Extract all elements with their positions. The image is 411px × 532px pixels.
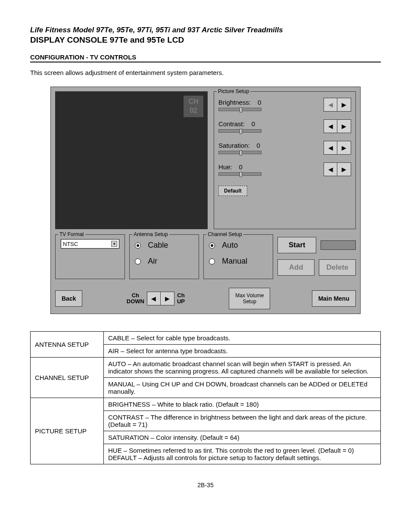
right-arrow-icon: ▶: [342, 166, 346, 173]
hue-decrease-button[interactable]: ◀: [324, 162, 337, 176]
hue-value: 0: [234, 163, 243, 171]
brightness-slider[interactable]: [218, 108, 262, 111]
contrast-decrease-button[interactable]: ◀: [324, 119, 337, 133]
hue-slider[interactable]: [218, 172, 262, 176]
saturation-label: Saturation:: [218, 142, 250, 149]
ch-down-label: ChDOWN: [127, 292, 144, 305]
table-cell: CABLE – Select for cable type broadcasts…: [104, 332, 381, 345]
ch-down-button[interactable]: ◀: [147, 292, 161, 305]
channel-auto-radio[interactable]: [209, 243, 215, 249]
tv-format-value: NTSC: [63, 241, 78, 247]
channel-setup-legend: Channel Setup: [206, 231, 243, 237]
table-row: PICTURE SETUP BRIGHTNESS – White to blac…: [31, 398, 381, 411]
channel-badge: CH 02: [184, 96, 203, 117]
table-cell: CONTRAST – The difference in brightness …: [104, 411, 381, 431]
channel-manual-radio[interactable]: [209, 258, 215, 264]
hue-label: Hue:: [218, 163, 232, 171]
table-cell: HUE – Sometimes referred to as tint. Thi…: [104, 444, 381, 464]
right-arrow-icon: ▶: [342, 101, 346, 108]
antenna-air-label: Air: [148, 257, 157, 266]
channel-auto-label: Auto: [222, 241, 238, 250]
row-head: PICTURE SETUP: [31, 398, 104, 464]
back-button[interactable]: Back: [55, 290, 82, 307]
brightness-decrease-button[interactable]: ◀: [324, 98, 337, 112]
max-volume-setup-button[interactable]: Max VolumeSetup: [229, 288, 270, 309]
table-row: CHANNEL SETUP AUTO – An automatic broadc…: [31, 358, 381, 378]
channel-manual-label: Manual: [222, 257, 247, 266]
tv-format-legend: TV Format: [58, 231, 85, 237]
antenna-cable-radio[interactable]: [135, 243, 141, 249]
picture-setup-group: Picture Setup Brightness: 0 ◀ ▶ Contrast…: [214, 91, 356, 229]
contrast-increase-button[interactable]: ▶: [337, 119, 351, 133]
intro-text: This screen allows adjustment of enterta…: [30, 69, 381, 76]
main-menu-button[interactable]: Main Menu: [312, 290, 356, 307]
page-number: 2B-35: [30, 482, 381, 488]
channel-setup-group: Channel Setup Auto Manual: [203, 234, 273, 279]
right-arrow-icon: ▶: [342, 144, 346, 151]
antenna-cable-label: Cable: [148, 241, 168, 250]
right-arrow-icon: ▶: [342, 123, 346, 130]
default-button[interactable]: Default: [218, 186, 247, 196]
page-title: DISPLAY CONSOLE 97Te and 95Te LCD: [30, 35, 381, 45]
start-button[interactable]: Start: [277, 237, 316, 253]
left-arrow-icon: ◀: [328, 123, 333, 130]
antenna-air-radio[interactable]: [135, 258, 141, 264]
brightness-value: 0: [252, 99, 261, 106]
brightness-increase-button[interactable]: ▶: [337, 98, 351, 112]
chevron-down-icon: ▼: [111, 241, 117, 247]
left-arrow-icon: ◀: [151, 295, 156, 302]
scan-progress: [321, 240, 356, 250]
tv-format-select[interactable]: NTSC ▼: [61, 239, 119, 249]
table-cell: SATURATION – Color intensity. (Default =…: [104, 431, 381, 444]
definitions-table: ANTENNA SETUP CABLE – Select for cable t…: [30, 331, 381, 464]
contrast-value: 0: [246, 120, 255, 128]
brightness-label: Brightness:: [218, 99, 251, 106]
channel-badge-value: 02: [190, 107, 197, 114]
section-header: CONFIGURATION - TV CONTROLS: [30, 53, 381, 62]
channel-badge-label: CH: [189, 98, 199, 105]
left-arrow-icon: ◀: [328, 101, 333, 108]
tv-format-group: TV Format NTSC ▼: [55, 234, 125, 279]
table-cell: AUTO – An automatic broadcast channel sc…: [104, 358, 381, 378]
ch-up-button[interactable]: ▶: [161, 292, 174, 305]
model-line: Life Fitness Model 97Te, 95Te, 97Ti, 95T…: [30, 26, 381, 34]
table-cell: MANUAL – Using CH UP and CH DOWN, broadc…: [104, 378, 381, 398]
row-head: CHANNEL SETUP: [31, 358, 104, 398]
antenna-setup-group: Antenna Setup Cable Air: [129, 234, 199, 279]
ch-up-label: ChUP: [177, 292, 185, 305]
table-cell: AIR – Select for antenna type broadcasts…: [104, 345, 381, 358]
left-arrow-icon: ◀: [328, 166, 333, 173]
saturation-decrease-button[interactable]: ◀: [324, 141, 337, 155]
left-arrow-icon: ◀: [328, 144, 333, 151]
tv-controls-panel: CH 02 Picture Setup Brightness: 0 ◀ ▶ Co: [50, 87, 361, 314]
add-button[interactable]: Add: [277, 259, 314, 276]
table-cell: BRIGHTNESS – White to black ratio. (Defa…: [104, 398, 381, 411]
hue-increase-button[interactable]: ▶: [337, 162, 351, 176]
picture-setup-legend: Picture Setup: [217, 88, 250, 94]
contrast-slider[interactable]: [218, 129, 262, 133]
saturation-increase-button[interactable]: ▶: [337, 141, 351, 155]
delete-button[interactable]: Delete: [319, 259, 356, 276]
contrast-label: Contrast:: [218, 120, 245, 128]
table-row: ANTENNA SETUP CABLE – Select for cable t…: [31, 332, 381, 345]
saturation-slider[interactable]: [218, 151, 262, 154]
antenna-setup-legend: Antenna Setup: [132, 231, 169, 237]
row-head: ANTENNA SETUP: [31, 332, 104, 358]
saturation-value: 0: [252, 142, 260, 149]
right-arrow-icon: ▶: [165, 295, 170, 302]
